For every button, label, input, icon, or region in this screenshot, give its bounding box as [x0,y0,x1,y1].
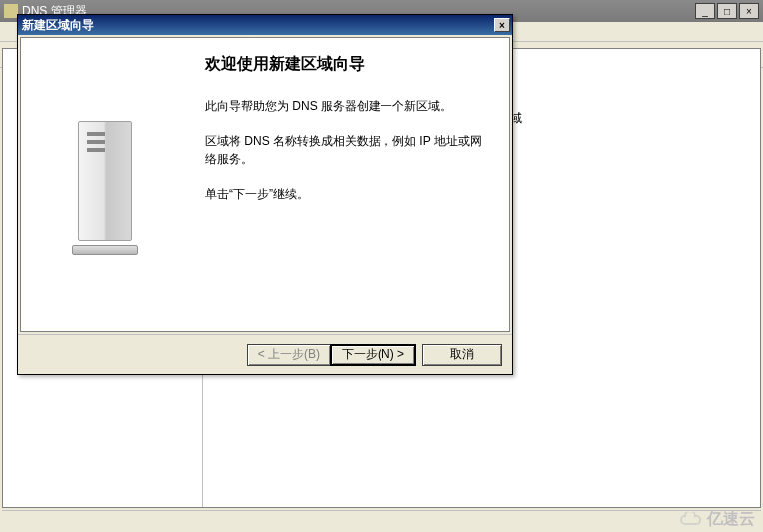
wizard-titlebar[interactable]: 新建区域向导 × [18,15,512,35]
app-icon [4,4,18,18]
wizard-body: 欢迎使用新建区域向导 此向导帮助您为 DNS 服务器创建一个新区域。 区域将 D… [20,37,510,332]
main-statusbar [2,510,761,530]
wizard-footer: < 上一步(B) 下一步(N) > 取消 [18,334,512,374]
wizard-title: 新建区域向导 [22,17,94,34]
wizard-content-pane: 欢迎使用新建区域向导 此向导帮助您为 DNS 服务器创建一个新区域。 区域将 D… [185,38,509,331]
wizard-paragraph: 单击“下一步”继续。 [205,185,485,204]
new-zone-wizard-dialog: 新建区域向导 × 欢迎使用新建区域向导 此向导帮助您为 DNS 服务器创建一个新… [17,14,513,375]
cloud-icon [679,512,703,528]
next-button[interactable]: 下一步(N) > [330,344,416,366]
server-icon [68,115,138,255]
wizard-paragraph: 区域将 DNS 名称转换成相关数据，例如 IP 地址或网络服务。 [205,132,485,169]
close-button[interactable]: × [739,3,759,19]
back-button: < 上一步(B) [247,344,331,366]
minimize-button[interactable]: _ [695,3,715,19]
watermark-text: 亿速云 [707,509,755,530]
cancel-button[interactable]: 取消 [422,344,502,366]
close-icon[interactable]: × [494,18,510,32]
wizard-paragraph: 此向导帮助您为 DNS 服务器创建一个新区域。 [205,97,485,116]
maximize-button[interactable]: □ [717,3,737,19]
wizard-heading: 欢迎使用新建区域向导 [205,54,485,75]
wizard-illustration-pane [21,38,185,331]
watermark: 亿速云 [679,509,755,530]
